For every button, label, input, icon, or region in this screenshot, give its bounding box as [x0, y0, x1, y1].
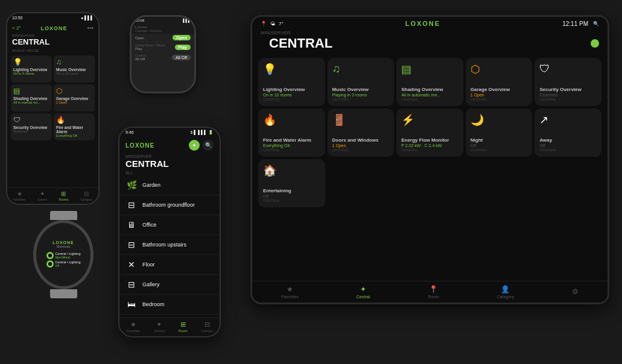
bathroom-upstairs-icon: ⊟: [125, 240, 138, 249]
list-item[interactable]: ▤ Shading Overview All in manual mo...: [11, 84, 52, 111]
phone-center-central: CENTRAL: [119, 158, 220, 170]
tablet-card-security[interactable]: 🛡 Security Overview Disarmed CENTRAL: [535, 58, 601, 106]
list-item[interactable]: 🛡 Security Overview Disarmed: [11, 113, 52, 140]
bnav-label: Control: [154, 329, 165, 333]
smartwatch-item1-value: Next Mood: [56, 256, 81, 259]
tablet-card-energy[interactable]: ⚡ Energy Flow Monitor P 2.02 kW - C 2.4 …: [396, 108, 463, 157]
tnav-label: Room: [428, 295, 439, 299]
phone-left-icons: ● ▌▌▌: [81, 16, 94, 20]
nav-label: Rooms: [59, 198, 69, 201]
watch-off-btn[interactable]: All Off: [172, 55, 191, 60]
tnav-favorites[interactable]: ★ Favorites: [281, 285, 299, 299]
card-status: Disarmed: [539, 93, 597, 97]
shading-icon: ▤: [13, 87, 49, 95]
phone-center-search-icon[interactable]: 🔍: [203, 140, 214, 151]
watch-play-btn[interactable]: Play: [175, 45, 191, 50]
tablet-grid-row3: 🏠 Entertaining Off CENTRAL: [252, 157, 608, 207]
phone-center-lox-title: LOXONE: [125, 142, 154, 149]
tablet-card-lighting[interactable]: 💡 Lighting Overview On in 10 rooms CENTR…: [258, 58, 325, 106]
room-office[interactable]: 🖥 Office: [119, 215, 220, 235]
watch-open-btn[interactable]: Open: [173, 35, 191, 40]
tablet-card-fire[interactable]: 🔥 Fire and Water Alarm Everything OK CEN…: [258, 108, 325, 157]
tablet-card-night[interactable]: 🌙 Night Off CENTRAL: [466, 108, 533, 157]
card-name: Fire and Water Alarm: [263, 137, 320, 143]
tablet-music-icon: ♫: [332, 63, 390, 75]
nav-label: Category: [80, 198, 92, 201]
card-status: Playing in 3 rooms: [332, 93, 390, 97]
tablet-energy-icon: ⚡: [401, 113, 459, 127]
tablet-search-icon[interactable]: 🔍: [593, 21, 599, 27]
phone-left-dots[interactable]: •••: [87, 25, 94, 31]
card-status: Off: [539, 143, 597, 148]
bnav-favorites[interactable]: ★ Favorites: [127, 321, 141, 333]
watch-row3-title: All Off: [135, 57, 146, 61]
watch-status-bar: 10:09 ▌▌▌: [132, 17, 194, 24]
room-garden[interactable]: 🌿 Garden: [119, 175, 220, 195]
tnav-room[interactable]: 📍 Room: [428, 285, 439, 299]
tablet-card-shading[interactable]: ▤ Shading Overview All in automatic mo..…: [396, 58, 463, 106]
phone-center-icon-green[interactable]: ●: [189, 140, 200, 151]
room-name: Garden: [142, 182, 160, 188]
nav-favorites[interactable]: ★ Favorites: [13, 190, 26, 201]
tablet-temp: 7°: [279, 21, 284, 27]
room-name: Gallery: [142, 281, 160, 287]
item-status: Everything OK: [56, 134, 92, 137]
nav-label: Favorites: [13, 198, 26, 201]
card-location: CENTRAL: [263, 148, 320, 152]
watch-row2-title: Play: [135, 47, 165, 51]
card-location: CENTRAL: [263, 199, 320, 202]
room-floor[interactable]: ✕ Floor: [119, 255, 220, 275]
nav-rooms[interactable]: ⊞ Rooms: [59, 190, 69, 201]
tablet-time: 12:11 PM: [562, 20, 588, 27]
phone-center-status-bar: 9:46 $ ▌ ▌▌▌ 🔋: [119, 128, 220, 137]
list-item[interactable]: 🔥 Fire and Water Alarm Everything OK: [54, 113, 95, 140]
tnav-settings[interactable]: ⚙: [572, 287, 579, 297]
tablet-card-garage[interactable]: ⬡ Garage Overview 1 Open CENTRAL: [466, 58, 533, 106]
watch-row-1[interactable]: Open Open: [132, 34, 194, 42]
tnav-category[interactable]: 👤 Category: [497, 285, 514, 299]
bedroom-icon: 🛏: [125, 300, 138, 309]
nav-control[interactable]: ✦ Control: [37, 190, 47, 201]
room-name: Office: [142, 222, 156, 228]
tablet-card-entertaining[interactable]: 🏠 Entertaining Off CENTRAL: [258, 159, 325, 207]
room-bathroom-ground[interactable]: ⊟ Bathroom groundfloor: [119, 195, 220, 215]
room-gallery[interactable]: ⊟ Gallery: [119, 275, 220, 295]
bnav-control[interactable]: ✦ Control: [154, 321, 165, 333]
phone-left-back[interactable]: < 2°: [12, 25, 21, 31]
item-name: Lighting Overview: [13, 67, 49, 72]
smartwatch-item-2[interactable]: Central • Lighting Off: [46, 260, 81, 268]
smartwatch-item-1[interactable]: Central • Lighting Next Mood: [46, 252, 81, 259]
tablet-weather-icon: 🌤: [270, 21, 275, 27]
room-bathroom-upstairs[interactable]: ⊟ Bathroom upstairs: [119, 235, 220, 255]
bnav-colours-icon: ⊟: [205, 321, 210, 328]
phone-center-icons: $ ▌ ▌▌▌ 🔋: [190, 130, 214, 135]
bnav-room[interactable]: ⊞ Room: [179, 321, 188, 333]
list-item[interactable]: ♫ Music Overview Off in all rooms: [54, 55, 95, 83]
smartwatch-item2-value: Off: [56, 264, 81, 268]
nav-category[interactable]: ⊟ Category: [80, 190, 92, 201]
card-status: Off: [471, 143, 528, 148]
tablet-miniserver-label: MINISERVER: [261, 30, 341, 36]
phone-left-bottom-nav: ★ Favorites ✦ Control ⊞ Rooms ⊟ Category: [7, 187, 98, 204]
card-location: CENTRAL: [332, 148, 390, 152]
watch-row1-label: Open: [135, 36, 144, 40]
phone-center-miniserver: MINISERVER: [119, 153, 220, 158]
smartwatch-logo: LOXONE: [52, 240, 74, 245]
card-location: CENTRAL: [401, 148, 459, 152]
fire-icon: 🔥: [56, 116, 92, 124]
watch-row-3[interactable]: Control All Off All Off: [132, 52, 194, 63]
tablet-card-away[interactable]: ↗ Away Off CENTRAL: [535, 108, 601, 157]
tablet-card-music[interactable]: ♫ Music Overview Playing in 3 rooms CENT…: [328, 58, 395, 106]
garden-icon: 🌿: [125, 180, 138, 190]
bnav-colours[interactable]: ⊟ Colours: [202, 321, 213, 333]
list-item[interactable]: 💡 Lighting Overview On in 4 rooms: [11, 55, 52, 83]
room-bedroom[interactable]: 🛏 Bedroom: [119, 295, 220, 315]
music-icon: ♫: [56, 58, 92, 66]
item-name: Fire and Water Alarm: [56, 125, 92, 134]
list-item[interactable]: ⬡ Garage Overview 1 Open: [54, 84, 95, 111]
bnav-room-icon: ⊞: [180, 321, 186, 328]
watch-row-2[interactable]: Living Room • Music Play Play: [132, 42, 194, 52]
tablet-card-doors[interactable]: 🚪 Doors and Windows 1 Open CENTRAL: [328, 108, 395, 157]
phone-center-header: LOXONE ● 🔍: [119, 137, 220, 153]
tnav-central[interactable]: ✦ Central: [357, 285, 370, 299]
